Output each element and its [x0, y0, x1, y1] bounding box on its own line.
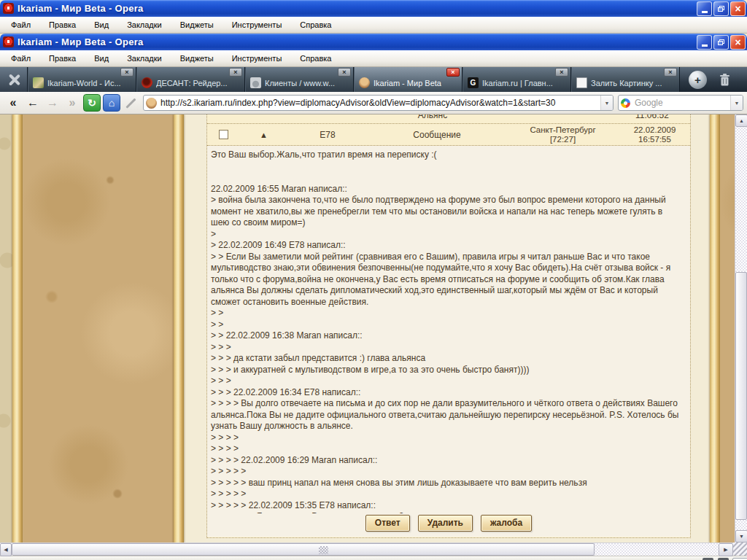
search-engine-dropdown-button[interactable]: ▼ — [730, 96, 743, 110]
close-button[interactable]: × — [730, 35, 746, 50]
vertical-scrollbar[interactable]: ▲ ▼ — [735, 114, 747, 542]
parchment-right — [720, 114, 735, 542]
menu-item-bookmarks[interactable]: Закладки — [120, 52, 169, 65]
outer-menubar: Файл Правка Вид Закладки Виджеты Инструм… — [0, 17, 747, 34]
delete-button[interactable]: Удалить — [418, 515, 473, 532]
menu-item-view[interactable]: Вид — [88, 52, 115, 65]
inner-titlebar: Ikariam - Мир Beta - Opera × — [0, 34, 747, 50]
trash-icon — [719, 73, 731, 87]
tab-close-button[interactable]: × — [446, 68, 460, 77]
ikariam-world-favicon — [33, 77, 44, 88]
parchment-edge — [0, 114, 12, 542]
horizontal-scrollbar[interactable]: ◀ ▶ — [0, 542, 747, 556]
tab-close-button[interactable]: × — [120, 68, 133, 77]
clients-favicon — [250, 77, 261, 88]
tab-close-button[interactable]: × — [338, 68, 351, 77]
tab-bar: Ikariam-World - Ис... × ДЕСАНТ: Рейдер..… — [0, 67, 747, 92]
horizontal-scroll-thumb[interactable] — [12, 543, 595, 556]
scroll-right-button[interactable]: ▶ — [719, 543, 733, 556]
url-text: http://s2.ikariam.ru/index.php?view=dipl… — [160, 98, 600, 108]
rewind-button[interactable]: « — [4, 94, 23, 112]
resize-grip-icon[interactable] — [733, 542, 747, 556]
reload-button[interactable]: ↻ — [83, 94, 101, 112]
menu-item-file[interactable]: Файл — [4, 18, 37, 31]
restore-button[interactable] — [713, 1, 729, 16]
menu-item-help[interactable]: Справка — [293, 52, 338, 65]
tab-ikariam-world[interactable]: Ikariam-World - Ис... × — [28, 67, 136, 92]
scroll-down-button[interactable]: ▼ — [735, 530, 747, 542]
scroll-left-button[interactable]: ◀ — [0, 543, 12, 556]
message-subject: Сообщение — [368, 130, 506, 140]
url-dropdown-button[interactable]: ▼ — [600, 96, 613, 110]
page-favicon — [576, 77, 587, 88]
menu-item-tools[interactable]: Инструменты — [225, 18, 289, 31]
message-checkbox[interactable] — [219, 130, 228, 139]
message-sender: E78 — [287, 130, 368, 140]
restore-button[interactable] — [713, 35, 729, 50]
tab-ikariam-mir-beta-active[interactable]: Ikariam - Мир Beta × — [354, 67, 462, 92]
menu-item-edit[interactable]: Правка — [42, 18, 82, 31]
panels-toggle-button[interactable] — [0, 67, 28, 92]
fast-forward-button[interactable]: » — [63, 94, 82, 112]
back-button[interactable]: ← — [23, 94, 42, 112]
desant-favicon — [142, 77, 152, 88]
minimize-button[interactable] — [697, 1, 712, 16]
close-button[interactable]: × — [730, 1, 746, 16]
search-placeholder: Google — [635, 98, 730, 108]
ikariam-favicon — [359, 77, 370, 88]
report-button[interactable]: жалоба — [481, 515, 532, 532]
menu-item-edit[interactable]: Правка — [42, 52, 82, 65]
home-button[interactable]: ⌂ — [103, 94, 120, 112]
status-bar — [0, 556, 747, 560]
tab-clients[interactable]: Клиенты / www.w... × — [245, 67, 354, 92]
partial-subject: Альянс — [392, 114, 473, 120]
url-input[interactable]: http://s2.ikariam.ru/index.php?view=dipl… — [143, 95, 614, 111]
reply-button[interactable]: Ответ — [365, 515, 410, 532]
menu-item-file[interactable]: Файл — [4, 52, 37, 65]
forward-button[interactable]: → — [43, 94, 62, 112]
inner-menubar: Файл Правка Вид Закладки Виджеты Инструм… — [0, 50, 747, 67]
menu-item-widgets[interactable]: Виджеты — [174, 52, 220, 65]
menu-item-bookmarks[interactable]: Закладки — [120, 18, 169, 31]
minimize-button[interactable] — [697, 35, 712, 50]
gameforge-favicon: G — [468, 77, 479, 88]
opera-logo-icon — [3, 36, 14, 47]
page-content: Альянс 11:06:52 ▲ E78 Сообщение Санкт-Пе… — [0, 114, 747, 542]
window-title: Ikariam - Мир Beta - Opera — [18, 3, 144, 14]
tab-close-button[interactable]: × — [229, 68, 242, 77]
message-list-partial-row[interactable]: Альянс 11:06:52 — [207, 114, 690, 124]
quick-preferences-icon[interactable] — [122, 94, 139, 112]
vertical-scroll-thumb[interactable] — [735, 272, 747, 520]
address-bar: « ← → » ↻ ⌂ http://s2.ikariam.ru/index.p… — [0, 92, 747, 114]
message-city: Санкт-Петербург[72:27] — [506, 125, 619, 144]
menu-item-view[interactable]: Вид — [88, 18, 115, 31]
tab-upload-image[interactable]: Залить Картинку ... × — [571, 67, 680, 92]
left-inner-pillar — [174, 114, 184, 542]
closed-tabs-trash-button[interactable] — [713, 73, 736, 87]
tab-close-button[interactable]: × — [555, 68, 568, 77]
close-icon: × — [735, 37, 740, 47]
scroll-up-button[interactable]: ▲ — [735, 114, 747, 127]
menu-item-help[interactable]: Справка — [293, 18, 338, 31]
wrench-icon — [6, 71, 22, 88]
left-pillar — [12, 114, 23, 542]
menu-item-tools[interactable]: Инструменты — [225, 52, 289, 65]
tab-ikariam-ru[interactable]: G Ikariam.ru | Главн... × — [462, 67, 571, 92]
message-body: Это Ваш выбор.Жаль,что тратил время на п… — [207, 146, 690, 513]
window-title: Ikariam - Мир Beta - Opera — [18, 36, 144, 47]
new-tab-button[interactable]: + — [689, 71, 707, 89]
menu-item-widgets[interactable]: Виджеты — [174, 18, 220, 31]
parchment-left — [23, 114, 174, 542]
thumb-grip-icon — [319, 546, 328, 554]
sort-arrow-icon: ▲ — [240, 131, 287, 139]
close-icon: × — [735, 4, 740, 14]
outer-titlebar: Ikariam - Мир Beta - Opera × — [0, 0, 747, 17]
message-row[interactable]: ▲ E78 Сообщение Санкт-Петербург[72:27] 2… — [207, 124, 690, 146]
google-icon — [621, 98, 630, 108]
message-panel: Альянс 11:06:52 ▲ E78 Сообщение Санкт-Пе… — [206, 114, 691, 538]
tab-close-button[interactable]: × — [664, 68, 677, 77]
search-input[interactable]: Google ▼ — [618, 95, 743, 111]
opera-logo-icon — [3, 3, 14, 14]
tab-desant[interactable]: ДЕСАНТ: Рейдер... × — [136, 67, 245, 92]
url-favicon — [146, 98, 157, 109]
